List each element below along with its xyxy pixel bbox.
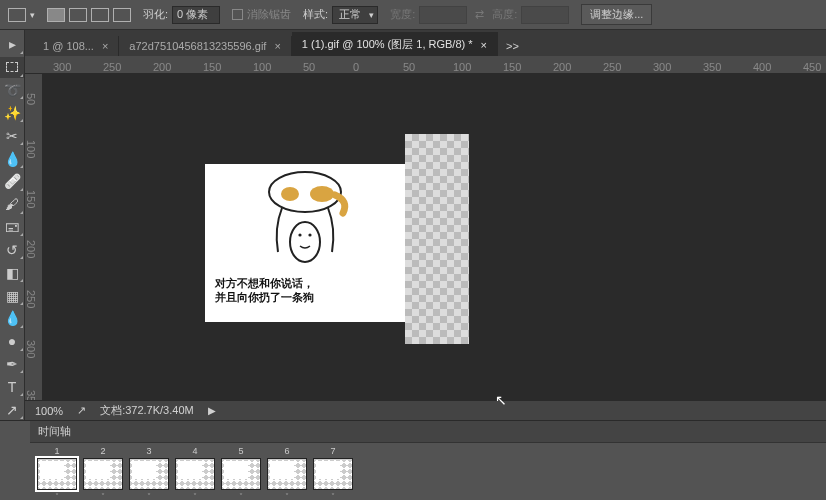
canvas-caption: 对方不想和你说话， 并且向你扔了一条狗 <box>205 270 405 311</box>
canvas-viewport[interactable]: 50100150200250300350400450 <box>25 74 826 400</box>
style-label: 样式: <box>303 7 328 22</box>
toolbox: ▸ ➰ ✨ ✂ 💧 🩹 🖌 🖃 ↺ ◧ ▦ 💧 ● ✒ T ↗ <box>0 30 25 420</box>
options-bar: ▾ 羽化: 消除锯齿 样式: 正常 宽度: ⇄ 高度: 调整边缘... <box>0 0 826 30</box>
add-selection-icon[interactable] <box>69 8 87 22</box>
frame[interactable]: 5˅ <box>220 446 262 500</box>
doc-tab-2[interactable]: 1 (1).gif @ 100% (图层 1, RGB/8) *× <box>292 32 498 56</box>
feather-label: 羽化: <box>143 7 168 22</box>
document-tabs: 1 @ 108...× a72d7510456813235596.gif× 1 … <box>25 30 826 56</box>
height-label: 高度: <box>492 7 517 22</box>
svg-point-1 <box>281 187 299 201</box>
marquee-preset[interactable]: ▾ <box>8 8 35 22</box>
width-input <box>419 6 467 24</box>
frame[interactable]: 1˅ <box>36 446 78 500</box>
tool-stamp[interactable]: 🖃 <box>0 217 24 238</box>
tabs-overflow[interactable]: >> <box>498 36 527 56</box>
doc-size: 文档:372.7K/3.40M <box>100 403 194 418</box>
ruler-horizontal: 3002502001501005005010015020025030035040… <box>25 56 826 74</box>
frame[interactable]: 2˅ <box>82 446 124 500</box>
refine-edge-button[interactable]: 调整边缘... <box>581 4 652 25</box>
feather-input[interactable] <box>172 6 220 24</box>
tool-pen[interactable]: ✒ <box>0 354 24 375</box>
frame[interactable]: 7˅ <box>312 446 354 500</box>
swap-icon: ⇄ <box>475 8 484 21</box>
intersect-selection-icon[interactable] <box>113 8 131 22</box>
height-input <box>521 6 569 24</box>
tool-gradient[interactable]: ▦ <box>0 285 24 306</box>
svg-point-3 <box>290 222 320 262</box>
tool-crop[interactable]: ✂ <box>0 125 24 146</box>
tool-path[interactable]: ↗ <box>0 399 24 420</box>
tool-eyedropper[interactable]: 💧 <box>0 148 24 169</box>
tool-heal[interactable]: 🩹 <box>0 171 24 192</box>
canvas: 对方不想和你说话， 并且向你扔了一条狗 <box>205 164 405 322</box>
tool-marquee[interactable] <box>0 57 24 78</box>
subtract-selection-icon[interactable] <box>91 8 109 22</box>
width-label: 宽度: <box>390 7 415 22</box>
svg-point-4 <box>298 233 301 236</box>
doc-tab-0[interactable]: 1 @ 108...× <box>33 36 119 56</box>
zoom-level[interactable]: 100% <box>35 405 63 417</box>
marquee-icon <box>8 8 26 22</box>
ruler-vertical: 50100150200250300350400450 <box>25 74 43 400</box>
new-selection-icon[interactable] <box>47 8 65 22</box>
tool-type[interactable]: T <box>0 376 24 397</box>
status-bar: 100% ↗ 文档:372.7K/3.40M ▶ <box>25 400 826 420</box>
timeline-title: 时间轴 <box>30 421 826 443</box>
svg-point-2 <box>310 186 334 202</box>
frames-strip: 1˅2˅3˅4˅5˅6˅7˅ <box>30 443 826 500</box>
tool-dodge[interactable]: ● <box>0 331 24 352</box>
tool-history-brush[interactable]: ↺ <box>0 239 24 260</box>
tool-blur[interactable]: 💧 <box>0 308 24 329</box>
document-area: 1 @ 108...× a72d7510456813235596.gif× 1 … <box>25 30 826 420</box>
close-icon[interactable]: × <box>481 39 487 51</box>
frame[interactable]: 6˅ <box>266 446 308 500</box>
tool-lasso[interactable]: ➰ <box>0 80 24 101</box>
selection-mode-group <box>47 8 131 22</box>
svg-point-5 <box>308 233 311 236</box>
antialias-label: 消除锯齿 <box>247 7 291 22</box>
frame[interactable]: 3˅ <box>128 446 170 500</box>
frame[interactable]: 4˅ <box>174 446 216 500</box>
timeline-panel: 时间轴 1˅2˅3˅4˅5˅6˅7˅ <box>0 420 826 500</box>
tool-brush[interactable]: 🖌 <box>0 194 24 215</box>
doc-tab-1[interactable]: a72d7510456813235596.gif× <box>119 36 291 56</box>
close-icon[interactable]: × <box>102 40 108 52</box>
antialias-checkbox[interactable] <box>232 9 243 20</box>
transparency-bg <box>405 134 469 344</box>
tool-move[interactable]: ▸ <box>0 34 24 55</box>
close-icon[interactable]: × <box>274 40 280 52</box>
cartoon-image <box>250 170 360 270</box>
tool-wand[interactable]: ✨ <box>0 102 24 123</box>
share-icon[interactable]: ↗ <box>77 404 86 417</box>
style-dropdown[interactable]: 正常 <box>332 6 378 24</box>
tool-eraser[interactable]: ◧ <box>0 262 24 283</box>
status-more-icon[interactable]: ▶ <box>208 405 216 416</box>
